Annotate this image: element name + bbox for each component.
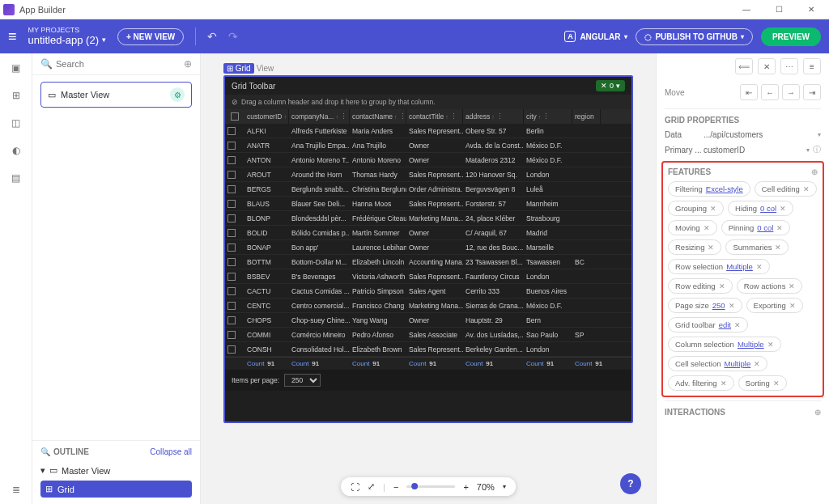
- col-contactTitle[interactable]: contactTitle↑⋮: [406, 109, 463, 124]
- feature-chip[interactable]: Pinning0 col✕: [721, 220, 791, 235]
- table-row[interactable]: BERGSBerglunds snabb...Christina Berglun…: [225, 182, 631, 197]
- framework-selector[interactable]: A ANGULAR ▾: [564, 31, 627, 42]
- close-icon[interactable]: ✕: [704, 224, 710, 232]
- view-settings-icon[interactable]: ⚙: [170, 87, 185, 102]
- tree-node-grid[interactable]: ⊞Grid: [40, 481, 192, 498]
- zoom-out-button[interactable]: −: [393, 482, 398, 492]
- col-customerId[interactable]: customerID↑⋮: [244, 109, 289, 124]
- app-name[interactable]: untitled-app (2) ▾: [28, 35, 106, 46]
- row-checkbox[interactable]: [227, 127, 236, 135]
- feature-chip[interactable]: Summaries✕: [725, 239, 789, 255]
- new-view-button[interactable]: + NEW VIEW: [117, 28, 184, 45]
- close-icon[interactable]: ✕: [721, 379, 727, 388]
- row-checkbox[interactable]: [227, 302, 236, 310]
- feature-chip[interactable]: Moving✕: [668, 220, 717, 235]
- close-icon[interactable]: ✕: [789, 302, 796, 310]
- move-right-icon[interactable]: →: [782, 84, 800, 100]
- tree-root[interactable]: ▾▭Master View: [40, 463, 192, 478]
- feature-chip[interactable]: Page size250✕: [668, 298, 742, 313]
- close-icon[interactable]: ✕: [719, 282, 725, 290]
- table-row[interactable]: COMMIComércio MineiroPedro Afonso Sales …: [225, 328, 631, 342]
- move-last-icon[interactable]: ⇥: [803, 84, 821, 100]
- close-icon[interactable]: ✕: [773, 379, 780, 388]
- feature-chip[interactable]: Grid toolbaredit✕: [668, 317, 748, 332]
- table-row[interactable]: CHOPSChop-suey Chine...Yang Wang OwnerHa…: [225, 313, 631, 328]
- move-left-icon[interactable]: ←: [761, 84, 779, 100]
- feature-chip[interactable]: Column selectionMultiple✕: [668, 337, 781, 352]
- close-icon[interactable]: ✕: [729, 302, 735, 310]
- row-checkbox[interactable]: [227, 258, 236, 266]
- search-input[interactable]: [56, 59, 184, 69]
- table-row[interactable]: BSBEVB's BeveragesVictoria Ashworth Sale…: [225, 269, 631, 284]
- close-icon[interactable]: ✕: [754, 360, 760, 368]
- feature-chip[interactable]: Row editing✕: [668, 278, 733, 294]
- feature-chip[interactable]: Cell editing✕: [755, 181, 817, 197]
- row-checkbox[interactable]: [227, 142, 236, 150]
- row-checkbox[interactable]: [227, 331, 236, 339]
- feature-chip[interactable]: FilteringExcel-style: [668, 181, 750, 197]
- col-contactName[interactable]: contactName↑⋮: [350, 109, 406, 124]
- table-row[interactable]: CACTUCactus Comidas ...Patricio Simpson …: [225, 284, 631, 299]
- undo-icon[interactable]: ↶: [207, 30, 217, 43]
- menu-icon[interactable]: ≡: [8, 28, 17, 45]
- preview-button[interactable]: PREVIEW: [761, 28, 821, 46]
- col-city[interactable]: city↑⋮: [524, 109, 572, 124]
- layers-icon[interactable]: ≣: [8, 481, 24, 498]
- window-maximize-button[interactable]: ☐: [764, 1, 793, 19]
- rail-data-icon[interactable]: ◫: [8, 115, 24, 131]
- redo-icon[interactable]: ↷: [228, 30, 238, 43]
- feature-chip[interactable]: Resizing✕: [668, 239, 721, 255]
- close-icon[interactable]: ✕: [776, 224, 783, 232]
- close-icon[interactable]: ✕: [775, 244, 781, 252]
- prop-primary[interactable]: Primary ...customerID▾ⓘ: [665, 142, 821, 158]
- table-row[interactable]: BLONPBlondesddsl pèr...Frédérique Citeau…: [225, 211, 631, 226]
- help-button[interactable]: ?: [620, 473, 641, 494]
- close-icon[interactable]: ✕: [710, 205, 716, 213]
- table-row[interactable]: AROUTAround the HornThomas Hardy Sales R…: [225, 167, 631, 182]
- feature-chip[interactable]: Row selectionMultiple✕: [668, 259, 770, 274]
- close-icon[interactable]: ✕: [708, 244, 714, 252]
- move-first-icon[interactable]: ⇤: [740, 84, 758, 100]
- window-close-button[interactable]: ✕: [797, 1, 826, 19]
- close-icon[interactable]: ✕: [734, 321, 741, 329]
- collapse-all-link[interactable]: Collapse all: [150, 447, 192, 456]
- window-minimize-button[interactable]: —: [732, 1, 761, 19]
- close-icon[interactable]: ✕: [789, 282, 795, 290]
- add-interaction-icon[interactable]: ⊕: [814, 408, 821, 417]
- align-left-icon[interactable]: ⟸: [735, 58, 753, 74]
- select-all-checkbox[interactable]: [231, 112, 239, 121]
- feature-chip[interactable]: Row actions✕: [737, 278, 803, 294]
- rail-views-icon[interactable]: ▣: [8, 60, 24, 76]
- table-row[interactable]: ANATRAna Trujillo Empa...Ana Trujillo Ow…: [225, 138, 631, 153]
- grid-component[interactable]: Grid Toolbar ✕ 0 ▾ ⊘Drag a column header…: [223, 75, 633, 423]
- feature-chip[interactable]: Sorting✕: [738, 375, 787, 391]
- row-checkbox[interactable]: [227, 316, 236, 324]
- col-company[interactable]: companyNa...↑⋮: [289, 109, 350, 124]
- col-region[interactable]: region: [572, 109, 601, 124]
- row-checkbox[interactable]: [227, 229, 236, 237]
- table-row[interactable]: CONSHConsolidated Hol...Elizabeth Brown …: [225, 342, 631, 357]
- add-view-icon[interactable]: ⊕: [184, 58, 192, 70]
- row-checkbox[interactable]: [227, 171, 236, 179]
- table-row[interactable]: BOTTMBottom-Dollar M...Elizabeth Lincoln…: [225, 255, 631, 269]
- view-item-master-view[interactable]: ▭ Master View ⚙: [40, 82, 192, 108]
- add-feature-icon[interactable]: ⊕: [811, 167, 818, 176]
- close-icon[interactable]: ✕: [767, 341, 774, 349]
- row-checkbox[interactable]: [227, 287, 236, 295]
- table-row[interactable]: ALFKIAlfreds FutterkisteMaria Anders Sal…: [225, 124, 631, 138]
- publish-button[interactable]: ◌ PUBLISH TO GITHUB ▾: [636, 28, 752, 45]
- feature-chip[interactable]: Adv. filtering✕: [668, 375, 734, 391]
- align-right-icon[interactable]: ≡: [803, 58, 821, 74]
- table-row[interactable]: BONAPBon app'Laurence Lebihan Owner12, r…: [225, 240, 631, 255]
- close-icon[interactable]: ✕: [803, 185, 810, 193]
- feature-chip[interactable]: Exporting✕: [746, 298, 803, 313]
- expand-icon[interactable]: ⤢: [368, 481, 375, 492]
- prop-data[interactable]: Data.../api/customers▾: [665, 128, 821, 142]
- row-checkbox[interactable]: [227, 214, 236, 222]
- row-checkbox[interactable]: [227, 244, 236, 252]
- zoom-slider[interactable]: [406, 485, 455, 488]
- row-checkbox[interactable]: [227, 345, 236, 354]
- table-row[interactable]: BLAUSBlauer See Deli...Hanna Moos Sales …: [225, 197, 631, 211]
- table-row[interactable]: CENTCCentro comercial...Francisco Chang …: [225, 299, 631, 313]
- row-checkbox[interactable]: [227, 185, 236, 193]
